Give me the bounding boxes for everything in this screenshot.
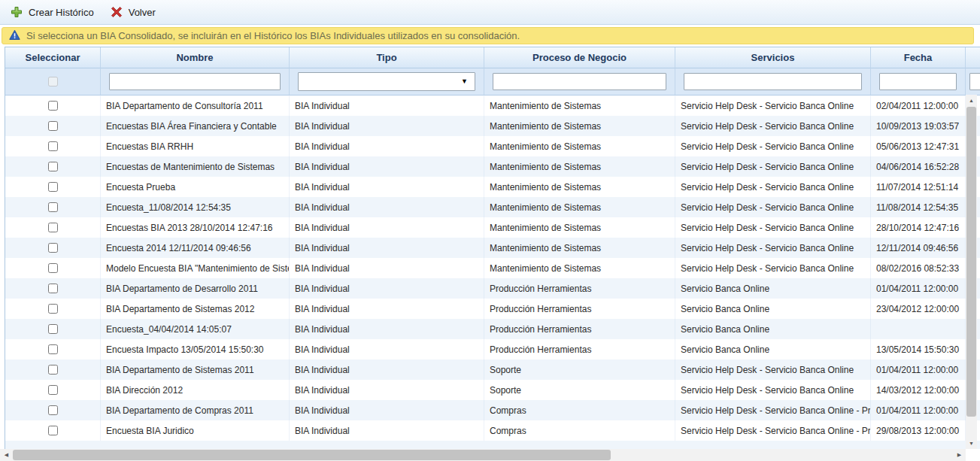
cell-tipo: BIA Individual xyxy=(290,278,484,299)
cell-proceso: Producción Herramientas xyxy=(484,278,675,299)
cell-proceso: Compras xyxy=(484,420,675,441)
table-row[interactable]: BIA Departamento de Consultoría 2011BIA … xyxy=(5,96,980,116)
fecha-filter-input[interactable] xyxy=(879,73,957,90)
grid-filter-row: ▼ xyxy=(5,68,980,96)
table-row[interactable]: Encuesta PruebaBIA IndividualMantenimien… xyxy=(5,177,980,197)
cell-tipo: BIA Individual xyxy=(290,299,484,319)
row-checkbox[interactable] xyxy=(48,263,58,273)
cell-servicios: Servicio Help Desk - Servicio Banca Onli… xyxy=(675,136,871,156)
filter-cell-seleccionar xyxy=(5,68,101,96)
table-row[interactable]: Encuesta_04/04/2014 14:05:07BIA Individu… xyxy=(5,319,980,339)
table-row[interactable]: BIA Dirección 2012BIA IndividualSoporteS… xyxy=(5,380,980,400)
nombre-filter-input[interactable] xyxy=(109,73,281,90)
cell-servicios: Servicio Help Desk - Servicio Banca Onli… xyxy=(675,177,871,197)
row-checkbox[interactable] xyxy=(48,385,58,395)
crear-historico-button[interactable]: Crear Histórico xyxy=(6,3,102,21)
row-checkbox[interactable] xyxy=(48,202,58,212)
row-checkbox[interactable] xyxy=(48,141,58,151)
table-row[interactable]: Encuesta Impacto 13/05/2014 15:50:30BIA … xyxy=(5,339,980,359)
cell-nombre: Encuestas BIA RRHH xyxy=(101,136,290,156)
table-row[interactable]: Encuesta 2014 12/11/2014 09:46:56BIA Ind… xyxy=(5,238,980,258)
column-header-seleccionar[interactable]: Seleccionar xyxy=(5,47,101,68)
cell-servicios: Servicio Help Desk - Servicio Banca Onli… xyxy=(675,197,871,217)
column-header-proceso[interactable]: Proceso de Negocio xyxy=(484,47,675,68)
table-row[interactable]: Encuestas BIA Área Financiera y Contable… xyxy=(5,116,980,136)
table-row[interactable]: BIA Departamento de Compras 2011BIA Indi… xyxy=(5,400,980,420)
grid-body: BIA Departamento de Consultoría 2011BIA … xyxy=(5,96,980,449)
cell-servicios: Servicio Help Desk - Servicio Banca Onli… xyxy=(675,380,871,400)
scroll-left-icon[interactable]: ◀ xyxy=(1,449,12,461)
table-row[interactable]: BIA Departamento de Sistemas 2012BIA Ind… xyxy=(5,299,980,319)
column-header-nombre[interactable]: Nombre xyxy=(101,47,290,68)
cell-tipo: BIA Individual xyxy=(290,258,484,278)
row-checkbox[interactable] xyxy=(48,405,58,415)
row-checkbox[interactable] xyxy=(48,182,58,192)
row-checkbox[interactable] xyxy=(48,223,58,232)
filter-cell-servicios xyxy=(675,68,871,96)
cell-fecha: 29/08/2013 12:00:00 xyxy=(871,420,966,441)
row-checkbox[interactable] xyxy=(48,162,58,171)
row-checkbox[interactable] xyxy=(48,426,58,435)
volver-button[interactable]: Volver xyxy=(106,3,163,21)
crear-historico-label: Crear Histórico xyxy=(29,7,94,18)
vertical-scrollbar-thumb[interactable] xyxy=(966,107,976,417)
horizontal-scrollbar[interactable]: ◀ ▶ xyxy=(0,449,966,461)
row-select-cell xyxy=(5,339,101,359)
column-header-tipo[interactable]: Tipo xyxy=(290,47,484,68)
row-select-cell xyxy=(5,380,101,400)
cell-proceso: Mantenimiento de Sistemas xyxy=(484,217,675,238)
servicios-filter-input[interactable] xyxy=(684,73,862,90)
cell-servicios: Servicio Help Desk - Servicio Banca Onli… xyxy=(675,217,871,238)
cell-tipo: BIA Individual xyxy=(290,197,484,217)
column-header-extra xyxy=(966,47,980,68)
table-row[interactable]: BIA Departamento de Desarrollo 2011BIA I… xyxy=(5,278,980,299)
warning-banner-text: Si selecciona un BIA Consolidado, se inc… xyxy=(26,30,520,41)
cell-proceso: Producción Herramientas xyxy=(484,339,675,359)
table-row[interactable]: Encuestas de Mantenimiento de SistemasBI… xyxy=(5,156,980,177)
cell-nombre: Encuesta BIA Juridico xyxy=(101,420,290,441)
vertical-scrollbar[interactable]: ▲ ▼ xyxy=(966,95,977,449)
cell-tipo: BIA Individual xyxy=(290,339,484,359)
table-row[interactable]: Encuesta BIA JuridicoBIA IndividualCompr… xyxy=(5,420,980,441)
row-checkbox[interactable] xyxy=(48,284,58,293)
filter-cell-proceso xyxy=(484,68,675,96)
column-header-fecha[interactable]: Fecha xyxy=(871,47,966,68)
select-all-checkbox[interactable] xyxy=(48,77,58,86)
row-select-cell xyxy=(5,238,101,258)
column-header-servicios[interactable]: Servicios xyxy=(675,47,871,68)
table-row[interactable]: Modelo Encuesta BIA "Mantenimiento de Si… xyxy=(5,258,980,278)
proceso-filter-input[interactable] xyxy=(493,73,666,90)
table-row[interactable]: Encuestas BIA RRHHBIA IndividualMantenim… xyxy=(5,136,980,156)
cell-tipo: BIA Individual xyxy=(290,116,484,136)
row-select-cell xyxy=(5,299,101,319)
cell-nombre: Modelo Encuesta BIA "Mantenimiento de Si… xyxy=(101,258,290,278)
row-checkbox[interactable] xyxy=(48,121,58,131)
row-select-cell xyxy=(5,278,101,299)
row-checkbox[interactable] xyxy=(48,243,58,253)
row-checkbox[interactable] xyxy=(48,324,58,334)
close-icon xyxy=(111,6,123,18)
table-row[interactable]: Encuesta_11/08/2014 12:54:35BIA Individu… xyxy=(5,197,980,217)
cell-nombre: Encuestas BIA 2013 28/10/2014 12:47:16 xyxy=(101,217,290,238)
row-checkbox[interactable] xyxy=(48,365,58,375)
scroll-right-icon[interactable]: ▶ xyxy=(954,449,965,461)
cell-fecha: 10/09/2013 19:03:57 xyxy=(871,116,966,136)
row-checkbox[interactable] xyxy=(48,304,58,314)
tipo-filter-select[interactable]: ▼ xyxy=(298,72,475,91)
plus-icon xyxy=(11,6,23,18)
row-select-cell xyxy=(5,217,101,238)
cell-fecha: 01/04/2011 12:00:00 xyxy=(871,400,966,420)
cell-fecha: 28/10/2014 12:47:16 xyxy=(871,217,966,238)
cell-fecha: 08/02/2016 08:52:33 xyxy=(871,258,966,278)
row-checkbox[interactable] xyxy=(48,101,58,111)
row-select-cell xyxy=(5,177,101,197)
scroll-down-icon[interactable]: ▼ xyxy=(966,438,977,449)
horizontal-scrollbar-thumb[interactable] xyxy=(13,450,611,460)
extra-filter-input[interactable] xyxy=(969,73,980,90)
table-row[interactable]: BIA Departamento de Sistemas 2011BIA Ind… xyxy=(5,359,980,380)
cell-proceso: Compras xyxy=(484,400,675,420)
row-checkbox[interactable] xyxy=(48,344,58,354)
cell-nombre: Encuesta_11/08/2014 12:54:35 xyxy=(101,197,290,217)
table-row[interactable]: Encuestas BIA 2013 28/10/2014 12:47:16BI… xyxy=(5,217,980,238)
scroll-up-icon[interactable]: ▲ xyxy=(966,95,977,106)
